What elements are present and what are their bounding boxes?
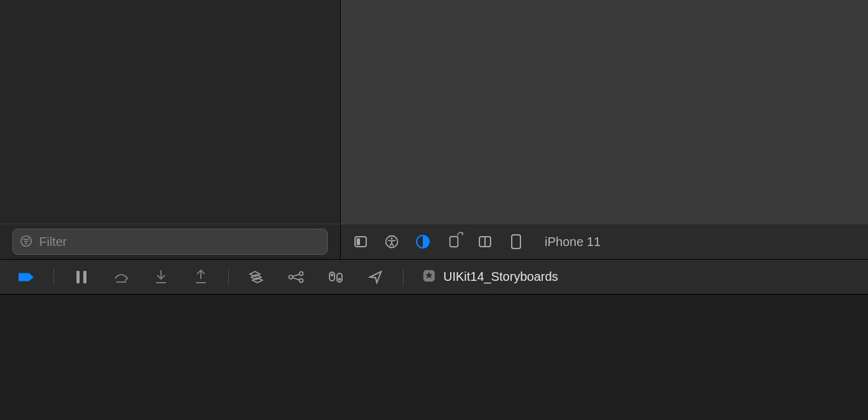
toolbar-divider — [403, 268, 404, 286]
filter-field[interactable] — [12, 229, 328, 255]
svg-rect-27 — [337, 273, 342, 282]
app-icon — [422, 269, 436, 285]
panel-layout-icon[interactable] — [352, 233, 369, 250]
view-hierarchy-icon[interactable] — [247, 268, 265, 286]
step-out-icon[interactable] — [192, 268, 210, 286]
svg-point-21 — [299, 272, 303, 275]
svg-point-28 — [338, 278, 341, 280]
svg-point-20 — [289, 275, 293, 279]
process-selector[interactable]: UIKit14_Storyboards — [422, 269, 558, 285]
svg-rect-25 — [330, 272, 335, 281]
editor-area — [0, 0, 868, 224]
canvas-bottom-bar: iPhone 11 — [0, 224, 868, 260]
xcode-window-chunk: iPhone 11 — [0, 0, 868, 420]
debug-area-toolbar: UIKit14_Storyboards — [0, 260, 868, 294]
svg-rect-12 — [512, 235, 520, 249]
location-icon[interactable] — [367, 268, 384, 286]
svg-line-23 — [292, 274, 299, 276]
filter-input[interactable] — [39, 235, 321, 249]
breakpoints-toggle-icon[interactable] — [17, 268, 35, 286]
step-over-icon[interactable] — [113, 268, 130, 286]
svg-rect-14 — [83, 271, 86, 283]
pause-icon[interactable] — [73, 268, 90, 286]
document-outline-panel — [0, 0, 341, 224]
orientation-icon[interactable] — [445, 233, 463, 250]
toolbar-divider — [228, 268, 229, 286]
device-name-label[interactable]: iPhone 11 — [545, 235, 601, 249]
preview-options-toolbar: iPhone 11 — [341, 224, 868, 259]
svg-rect-5 — [357, 239, 361, 245]
filter-icon — [19, 234, 33, 250]
toolbar-divider — [53, 268, 54, 286]
appearance-toggle-icon[interactable] — [414, 233, 432, 250]
svg-rect-13 — [76, 271, 80, 283]
accessibility-icon[interactable] — [383, 233, 400, 250]
memory-graph-icon[interactable] — [287, 268, 305, 286]
svg-point-7 — [390, 237, 392, 239]
split-view-icon[interactable] — [476, 233, 494, 250]
outline-filter-area — [0, 224, 341, 259]
svg-point-22 — [299, 278, 303, 282]
step-into-icon[interactable] — [152, 268, 170, 286]
interface-builder-canvas[interactable] — [341, 0, 868, 224]
svg-point-26 — [331, 273, 333, 276]
environment-overrides-icon[interactable] — [327, 268, 344, 286]
debug-console-area[interactable] — [0, 294, 868, 420]
process-name-label: UIKit14_Storyboards — [443, 270, 558, 284]
device-icon[interactable] — [507, 233, 525, 250]
svg-line-24 — [292, 277, 299, 280]
